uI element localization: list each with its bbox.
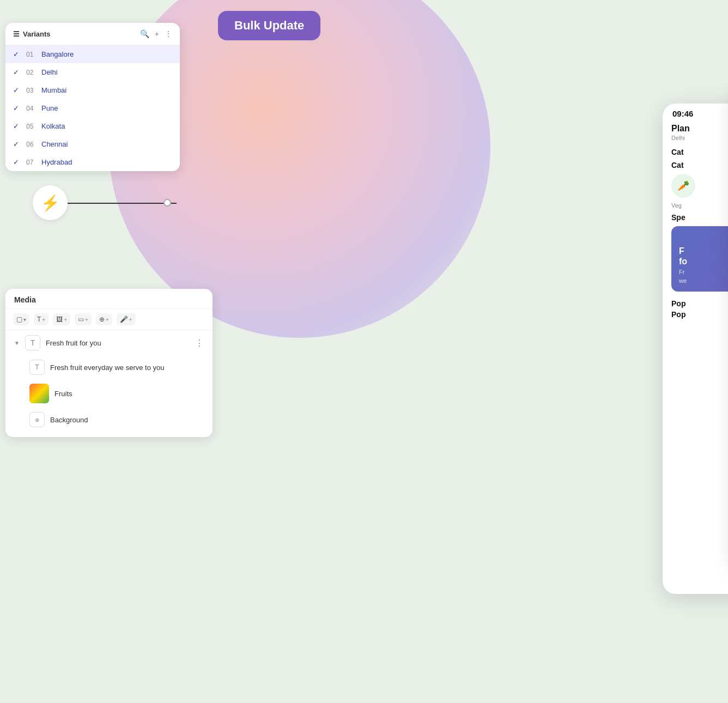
variant-item-pune[interactable]: ✓ 04 Pune — [5, 99, 180, 117]
expand-icon[interactable]: ▼ — [14, 340, 20, 346]
variant-item-mumbai[interactable]: ✓ 03 Mumbai — [5, 81, 180, 99]
check-icon: ✓ — [13, 104, 21, 112]
lightning-area: ⚡ — [33, 185, 68, 220]
text-icon: T — [25, 335, 40, 350]
lightning-icon-circle: ⚡ — [33, 185, 68, 220]
background-icon: ⊕ — [29, 412, 45, 427]
media-sub-item-fruits-label: Fruits — [54, 390, 72, 398]
phone-back-content: Plan Delhi Cat Cat 🥕 Veg Spe F fo Fr we … — [663, 122, 728, 320]
more-options-icon[interactable]: ⋮ — [195, 338, 204, 348]
media-tool-embed[interactable]: ▢▾ — [13, 313, 29, 325]
variant-item-delhi[interactable]: ✓ 02 Delhi — [5, 63, 180, 81]
variant-item-bangalore[interactable]: ✓ 01 Bangalore — [5, 45, 180, 63]
media-tool-text[interactable]: T+ — [34, 313, 48, 325]
media-toolbar: ▢▾ T+ 🖼+ ▭+ ⊕+ 🎤+ — [5, 309, 213, 330]
timeline-line — [68, 203, 177, 204]
deals-title-back: F — [679, 246, 687, 256]
veg-label-back: Veg — [671, 202, 728, 209]
variants-panel: ☰ Variants 🔍 + ⋮ ✓ 01 Bangalore ✓ 02 Del… — [5, 23, 180, 171]
media-panel: Media ▢▾ T+ 🖼+ ▭+ ⊕+ 🎤+ ▼ T Fresh fruit … — [5, 289, 213, 437]
variants-actions: 🔍 + ⋮ — [140, 29, 172, 38]
media-tool-layout[interactable]: ⊕+ — [96, 313, 112, 325]
variants-title: ☰ Variants — [13, 30, 51, 38]
check-icon: ✓ — [13, 50, 21, 58]
cat-title-back: Cat — [671, 146, 728, 159]
check-icon: ✓ — [13, 158, 21, 166]
text-sub-icon: T — [29, 360, 45, 375]
phone-back: 09:46 📶 Plan Delhi Cat Cat 🥕 Veg Spe — [663, 104, 728, 594]
deals-sub-back: Fr — [679, 269, 687, 275]
variants-header: ☰ Variants 🔍 + ⋮ — [5, 23, 180, 45]
pop2-back: Pop — [671, 309, 728, 320]
media-item-label: Fresh fruit for you — [46, 339, 190, 347]
check-icon: ✓ — [13, 86, 21, 94]
check-icon: ✓ — [13, 122, 21, 130]
deals-title2-back: fo — [679, 256, 687, 266]
variant-item-chennai[interactable]: ✓ 06 Chennai — [5, 135, 180, 153]
more-icon[interactable]: ⋮ — [165, 29, 172, 38]
timeline-dot — [163, 199, 171, 207]
deals-card-back: F fo Fr we — [671, 226, 728, 292]
status-bar-back: 09:46 📶 — [663, 104, 728, 122]
media-panel-title: Media — [5, 289, 213, 309]
store-location-back: Delhi — [671, 135, 728, 146]
media-sub-item-bg-label: Background — [50, 416, 88, 424]
media-item-text: ▼ T Fresh fruit for you ⋮ — [5, 330, 213, 355]
category-icons-back: 🥕 — [671, 172, 728, 202]
media-tool-audio[interactable]: 🎤+ — [117, 313, 136, 325]
variant-item-hydrabad[interactable]: ✓ 07 Hydrabad — [5, 153, 180, 171]
cat-title-back2: Cat — [671, 159, 728, 172]
search-icon[interactable]: 🔍 — [140, 29, 149, 38]
check-icon: ✓ — [13, 140, 21, 148]
deals-sub2-back: we — [679, 277, 687, 284]
variant-item-kolkata[interactable]: ✓ 05 Kolkata — [5, 117, 180, 135]
media-sub-item-fruits: Fruits — [5, 379, 213, 408]
time-back: 09:46 — [672, 109, 693, 118]
store-name-back: Plan — [671, 122, 728, 135]
media-sub-item-text: T Fresh fruit everyday we serve to you — [5, 355, 213, 379]
special-back: Spe — [671, 209, 728, 224]
media-sub-item-background: ⊕ Background — [5, 408, 213, 432]
cat-veg-back: 🥕 — [671, 174, 695, 198]
deals-text-back: F fo Fr we — [679, 246, 687, 284]
media-tool-image[interactable]: 🖼+ — [53, 313, 70, 325]
bulk-update-button[interactable]: Bulk Update — [218, 11, 320, 40]
grid-icon: ☰ — [13, 30, 20, 38]
check-icon: ✓ — [13, 68, 21, 76]
pop-back: Pop — [671, 296, 728, 309]
media-tool-video[interactable]: ▭+ — [75, 313, 92, 325]
media-sub-item-label: Fresh fruit everyday we serve to you — [50, 363, 165, 372]
add-icon[interactable]: + — [155, 29, 159, 38]
fruit-thumbnail — [29, 384, 49, 403]
